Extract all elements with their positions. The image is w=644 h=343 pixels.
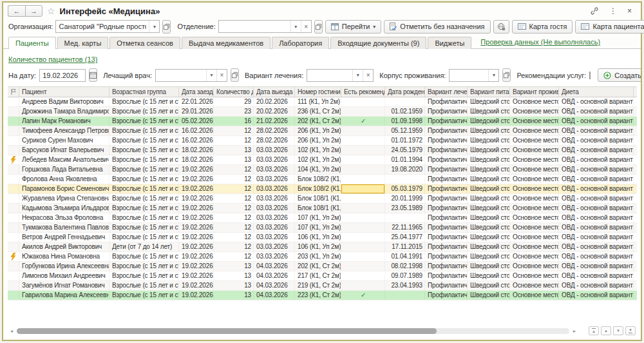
cell-birth[interactable]: 01.09.1998 (385, 117, 425, 126)
cell-name[interactable]: Кадымова Эльмира Ильдаровна (19, 204, 109, 213)
cell-flag[interactable] (8, 252, 19, 261)
table-row[interactable]: Лимонов Михаил АндреевичВзрослые (с 15 л… (8, 271, 637, 281)
page-up-button[interactable]: ▲ (601, 326, 611, 335)
cell-days[interactable]: 13 (214, 271, 254, 280)
cell-room[interactable]: 102 (К1, Уп 2м) (295, 146, 341, 155)
cell-nutrition[interactable]: Шведский стол (468, 175, 510, 184)
cell-age_group[interactable]: Взрослые (с 15 лет и старше) (109, 184, 179, 193)
cell-diet[interactable]: ОВД - основной вариант ... (559, 194, 634, 203)
cell-nutrition[interactable]: Шведский стол (468, 242, 510, 251)
cell-room[interactable]: 217 (К1, Ст 2м) (295, 271, 341, 280)
cell-days[interactable]: 12 (214, 175, 254, 184)
cell-diet[interactable]: ОВД - основной вариант ... (559, 233, 634, 242)
cell-recommend[interactable] (341, 204, 385, 213)
cell-room[interactable]: 106 (К1, Уп 2м) (295, 242, 341, 251)
table-row[interactable]: Андреев Вадим ВикторовичВзрослые (с 15 л… (8, 97, 637, 107)
cell-arrival[interactable]: 18.02.2026 (179, 155, 214, 164)
cell-room[interactable]: 102 (К1, Уп 2м) (295, 155, 341, 164)
cell-recommend[interactable] (341, 262, 385, 271)
cell-accommodation[interactable]: Основное место (510, 262, 559, 271)
create-button[interactable]: Создать (598, 68, 641, 82)
cell-treatment[interactable]: Профилактический (425, 223, 468, 232)
cell-departure[interactable]: 03.03.2026 (254, 175, 295, 184)
cell-birth[interactable]: 08.02.1998 (385, 262, 425, 271)
cell-flag[interactable] (8, 146, 19, 155)
table-row[interactable]: Лебедев Максим АнатольевичВзрослые (с 15… (8, 155, 637, 165)
cell-nutrition[interactable]: Шведский стол (468, 223, 510, 232)
cell-birth[interactable]: 19.08.2020 (385, 165, 425, 174)
cell-days[interactable]: 16 (214, 117, 254, 126)
cell-arrival[interactable]: 19.02.2026 (179, 223, 214, 232)
cell-flag[interactable] (8, 233, 19, 242)
cell-diet[interactable]: ОВД - основной вариант ... (559, 223, 634, 232)
cell-room[interactable]: 219 (К1, Ст 2м) (295, 281, 341, 290)
cell-age_group[interactable]: Взрослые (с 15 лет и старше) (109, 117, 179, 126)
cell-flag[interactable] (8, 97, 19, 106)
cell-treatment[interactable]: Профилактический (425, 107, 468, 116)
treatment-input[interactable] (307, 70, 352, 81)
cell-age_group[interactable]: Взрослые (с 15 лет и старше) (109, 165, 179, 174)
cell-nutrition[interactable]: Шведский стол (468, 262, 510, 271)
cell-departure[interactable]: 28.02.2026 (254, 126, 295, 135)
data-check-link[interactable]: Проверка данных (Не выполнялась) (480, 38, 600, 46)
cell-flag[interactable] (8, 117, 19, 126)
cell-nutrition[interactable]: Шведский стол (468, 204, 510, 213)
table-row[interactable]: Горшкова Лада ВитальевнаВзрослые (с 15 л… (8, 165, 637, 175)
cell-arrival[interactable]: 29.01.2026 (179, 107, 214, 116)
cell-room[interactable]: 206 (К1, Уп 2м) (295, 126, 341, 135)
cell-arrival[interactable]: 22.01.2026 (179, 97, 214, 106)
cell-room[interactable]: Блок 108/2 (К1, У... (295, 175, 341, 184)
cell-name[interactable]: Южакова Нина Романовна (19, 252, 109, 261)
cell-room[interactable]: 223 (К1, Ст 2м) (295, 291, 341, 300)
department-input[interactable] (219, 21, 290, 32)
cell-accommodation[interactable]: Основное место (510, 281, 559, 290)
cell-departure[interactable]: 04.03.2026 (254, 262, 295, 271)
cell-flag[interactable] (8, 223, 19, 232)
cell-birth[interactable]: 01.01.1972 (385, 136, 425, 145)
table-row[interactable]: Горбункова Ирина АлексеевнаВзрослые (с 1… (8, 262, 637, 271)
cell-flag[interactable] (8, 242, 19, 251)
cell-age_group[interactable]: Взрослые (с 15 лет и старше) (109, 146, 179, 155)
table-row[interactable]: Журавлева Ирина СтепановнаВзрослые (с 15… (8, 194, 637, 204)
cell-room[interactable]: 106 (К1, Уп 2м) (295, 233, 341, 242)
cell-diet[interactable]: ОВД - основной вариант ... (559, 97, 634, 106)
go-last-button[interactable]: ▼ (625, 326, 636, 335)
treatment-dropdown-icon[interactable]: ▾ (352, 70, 363, 81)
cell-flag[interactable] (8, 155, 19, 164)
cell-diet[interactable]: ОВД - основной вариант ... (559, 262, 634, 271)
building-field[interactable]: ▾ (449, 69, 499, 82)
table-row[interactable]: Ветров Андрей ГеннадьевичВзрослые (с 15 … (8, 233, 637, 242)
cell-age_group[interactable]: Взрослые (с 15 лет и старше) (109, 136, 179, 145)
table-row[interactable]: Кадымова Эльмира ИльдаровнаВзрослые (с 1… (8, 204, 637, 213)
cell-flag[interactable] (8, 213, 19, 222)
cell-birth[interactable] (385, 97, 425, 106)
cell-birth[interactable] (385, 213, 425, 222)
cell-flag[interactable] (8, 271, 19, 280)
cell-accommodation[interactable]: Основное место (510, 97, 559, 106)
cell-nutrition[interactable]: Шведский стол (468, 233, 510, 242)
scrollbar-track[interactable] (17, 328, 569, 334)
cell-room[interactable]: 202 (К1, Ст 2м) (295, 262, 341, 271)
organization-open-button[interactable] (162, 20, 171, 34)
cell-diet[interactable]: ОВД - основной вариант ... (559, 252, 634, 261)
cell-birth[interactable]: 20.01.1999 (385, 194, 425, 203)
cell-birth[interactable]: 01.04.1991 (385, 252, 425, 261)
cell-days[interactable]: 13 (214, 155, 254, 164)
cell-flag[interactable] (8, 204, 19, 213)
cell-flag[interactable] (8, 262, 19, 271)
cell-nutrition[interactable]: Шведский стол (468, 291, 510, 300)
cell-birth[interactable]: 05.03.1979 (385, 184, 425, 193)
cell-room[interactable]: 107 (К1, Уп 2м) (295, 213, 341, 222)
cell-accommodation[interactable]: Основное место (510, 194, 559, 203)
tab-patients[interactable]: Пациенты (8, 37, 56, 49)
cell-diet[interactable]: ОВД - основной вариант ... (559, 184, 634, 193)
cell-birth[interactable]: 24.05.1979 (385, 146, 425, 155)
cell-name[interactable]: Тимофеев Александр Петрович (19, 126, 109, 135)
mark-without-assignment-button[interactable]: Отметить без назначения (384, 20, 490, 34)
cell-recommend[interactable] (341, 97, 385, 106)
cell-arrival[interactable]: 18.02.2026 (179, 146, 214, 155)
cell-nutrition[interactable]: Шведский стол (468, 97, 510, 106)
scroll-right-icon[interactable]: ► (571, 329, 578, 333)
cell-age_group[interactable]: Взрослые (с 15 лет и старше) (109, 155, 179, 164)
get-link-icon[interactable] (590, 6, 599, 15)
